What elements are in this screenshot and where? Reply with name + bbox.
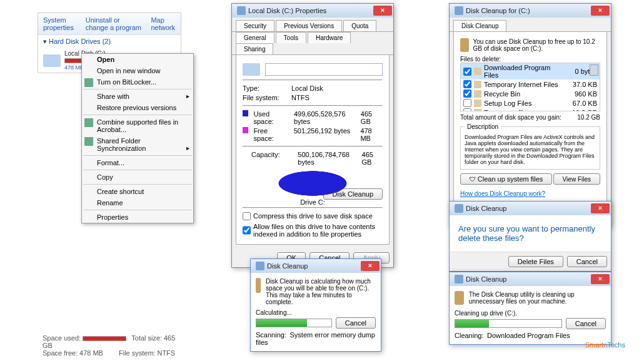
close-icon[interactable]: × [591, 6, 610, 16]
close-icon[interactable]: × [361, 261, 380, 271]
disk-cleanup-dialog: Disk Cleanup for (C:)× Disk Cleanup You … [449, 3, 611, 227]
compress-checkbox[interactable] [243, 212, 251, 220]
file-row[interactable]: Setup Log Files67.0 KB [461, 98, 600, 108]
ctx-turn-on-bitlocker-[interactable]: Turn on BitLocker... [82, 76, 193, 88]
file-name: Setup Log Files [484, 100, 566, 107]
file-checkbox[interactable] [463, 68, 471, 76]
cleaning-up-label: Cleaning up drive (C:). [455, 310, 606, 317]
cancel-button[interactable]: Cancel [566, 318, 606, 329]
description-text: Downloaded Program Files are ActiveX con… [465, 134, 596, 165]
file-name: Temporary Internet Files [484, 81, 566, 88]
ctx-combine-supported-files-in-acrobat-[interactable]: Combine supported files in Acrobat... [82, 116, 193, 135]
file-size: 960 KB [566, 90, 597, 98]
progress-bar [256, 319, 332, 327]
ctx-restore-previous-versions[interactable]: Restore previous versions [82, 102, 193, 113]
file-name: Temporary files [484, 109, 566, 112]
file-checkbox[interactable] [463, 99, 471, 107]
explorer-toolbar: System properties Uninstall or change a … [38, 13, 181, 35]
file-row[interactable]: Downloaded Program Files0 bytes [461, 63, 600, 79]
ctx-copy[interactable]: Copy [82, 171, 193, 183]
broom-icon [256, 278, 261, 293]
cleanup-icon [455, 204, 463, 213]
file-icon [474, 100, 481, 107]
cleanup-icon [455, 6, 463, 15]
clean-system-files-button[interactable]: 🛡 Clean up system files [460, 173, 552, 185]
gain-label: Total amount of disk space you gain: [460, 114, 572, 121]
shield-icon [84, 78, 93, 87]
calc-message: Disk Cleanup is calculating how much spa… [266, 278, 376, 305]
compress-option[interactable]: Compress this drive to save disk space [243, 212, 383, 220]
cleaning-message: The Disk Cleanup utility is cleaning up … [469, 291, 606, 305]
tab-previous-versions[interactable]: Previous Versions [276, 20, 342, 31]
toolbar-map-network[interactable]: Map network [151, 16, 176, 31]
properties-dialog: Local Disk (C:) Properties × Security Pr… [231, 3, 394, 268]
context-menu: OpenOpen in new windowTurn on BitLocker.… [81, 53, 194, 223]
file-row[interactable]: Recycle Bin960 KB [461, 89, 600, 98]
tab-sharing[interactable]: Sharing [236, 43, 273, 54]
gain-value: 10.2 GB [577, 114, 600, 121]
tab-disk-cleanup[interactable]: Disk Cleanup [453, 20, 506, 31]
tab-tools[interactable]: Tools [276, 32, 306, 43]
dialog-title: Disk Cleanup [466, 275, 591, 283]
section-header: ▾ Hard Disk Drives (2) [38, 35, 181, 48]
ctx-open[interactable]: Open [82, 54, 193, 65]
toolbar-uninstall[interactable]: Uninstall or change a program [86, 16, 144, 31]
calculating-dialog: Disk Cleanup× Disk Cleanup is calculatin… [250, 258, 381, 352]
ctx-share-with[interactable]: Share with [82, 91, 193, 102]
progress-bar [455, 319, 562, 328]
file-checkbox[interactable] [463, 89, 471, 98]
file-icon [474, 90, 481, 98]
dialog-title: Disk Cleanup for (C:) [466, 7, 591, 14]
watermark: SmartnTechs [585, 337, 625, 350]
used-bytes: 499,605,528,576 bytes [294, 110, 356, 125]
tab-security[interactable]: Security [236, 20, 274, 31]
ctx-rename[interactable]: Rename [82, 197, 193, 208]
file-icon [474, 81, 481, 88]
description-label: Description [465, 123, 501, 130]
cancel-button[interactable]: Cancel [336, 317, 376, 329]
dialog-title: Disk Cleanup [267, 262, 361, 270]
tab-general[interactable]: General [236, 32, 274, 43]
cleaning-progress-dialog: Disk Cleanup× The Disk Cleanup utility i… [449, 272, 611, 345]
ctx-properties[interactable]: Properties [82, 212, 193, 223]
broom-icon [460, 38, 469, 52]
tab-hardware[interactable]: Hardware [308, 32, 351, 43]
tab-row-top: Security Previous Versions Quota [232, 18, 393, 32]
ctx-open-in-new-window[interactable]: Open in new window [82, 65, 193, 76]
how-does-cleanup-work-link[interactable]: How does Disk Cleanup work? [460, 190, 545, 197]
tab-quota[interactable]: Quota [343, 20, 376, 31]
files-to-delete-list[interactable]: Downloaded Program Files0 bytesTemporary… [460, 63, 600, 111]
explorer-status-bar: Space used: Total size: 465 GB Space fre… [38, 332, 181, 359]
cleanup-icon [455, 275, 463, 284]
disk-usage-pie [278, 171, 347, 196]
confirm-delete-dialog: Disk Cleanup× Are you sure you want to p… [449, 201, 611, 272]
free-bytes: 501,256,192 bytes [294, 127, 356, 142]
file-size: 37.0 KB [566, 81, 597, 88]
banner-text: You can use Disk Cleanup to free up to 1… [473, 38, 600, 52]
label: File system: [243, 94, 286, 101]
file-row[interactable]: Temporary Internet Files37.0 KB [461, 79, 600, 89]
titlebar[interactable]: Local Disk (C:) Properties × [232, 4, 393, 18]
toolbar-system-properties[interactable]: System properties [43, 16, 78, 31]
indexing-option[interactable]: Allow files on this drive to have conten… [243, 223, 383, 238]
file-checkbox[interactable] [463, 80, 471, 88]
confirm-message: Are you sure you want to permanently del… [450, 215, 611, 252]
delete-files-button[interactable]: Delete Files [508, 256, 563, 267]
close-icon[interactable]: × [373, 6, 392, 16]
file-row[interactable]: Temporary files10.2 GB [461, 108, 600, 111]
type-value: Local Disk [291, 84, 323, 92]
close-icon[interactable]: × [591, 274, 610, 284]
dialog-title: Local Disk (C:) Properties [248, 7, 373, 14]
ctx-create-shortcut[interactable]: Create shortcut [82, 186, 193, 197]
calculating-label: Calculating... [256, 309, 376, 316]
cancel-button[interactable]: Cancel [567, 256, 607, 267]
volume-name-field[interactable] [265, 63, 383, 76]
scrollbar-thumb[interactable] [590, 64, 598, 76]
file-checkbox[interactable] [463, 108, 471, 111]
indexing-checkbox[interactable] [243, 223, 251, 238]
close-icon[interactable]: × [591, 203, 610, 213]
ctx-format-[interactable]: Format... [82, 157, 193, 168]
ctx-shared-folder-synchronization[interactable]: Shared Folder Synchronization [82, 135, 193, 154]
file-size: 10.2 GB [566, 109, 597, 112]
view-files-button[interactable]: View Files [553, 173, 600, 185]
